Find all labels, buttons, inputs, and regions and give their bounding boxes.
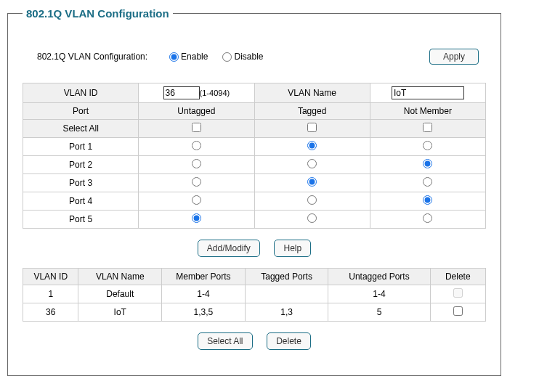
row1-id: 36 — [23, 303, 78, 322]
vlan-id-input[interactable] — [163, 86, 200, 99]
table-row: 1 Default 1-4 1-4 — [23, 285, 486, 303]
port1-tagged-cell — [254, 138, 370, 156]
port4-notmember-cell — [370, 192, 485, 211]
port5-tagged-radio[interactable] — [307, 213, 317, 223]
port2-tagged-cell — [254, 156, 370, 174]
port3-tagged-cell — [254, 174, 370, 192]
row1-delete-checkbox[interactable] — [453, 306, 463, 316]
list-button-row: Select All Delete — [23, 332, 486, 350]
port1-notmember-radio[interactable] — [423, 141, 432, 150]
port2-untagged-radio[interactable] — [192, 159, 201, 168]
port5-notmember-radio[interactable] — [423, 213, 432, 223]
row0-name: Default — [78, 285, 162, 303]
row0-tagged — [245, 285, 328, 303]
vlan-config-fieldset: 802.1Q VLAN Configuration 802.1Q VLAN Co… — [7, 7, 501, 376]
port1-untagged-cell — [139, 138, 254, 156]
list-member-header: Member Ports — [162, 269, 246, 285]
tagged-header: Tagged — [254, 103, 370, 120]
port-label: Port 2 — [23, 156, 139, 174]
select-all-tagged-checkbox[interactable] — [307, 123, 317, 132]
port4-tagged-cell — [254, 192, 370, 211]
vlan-id-cell: (1-4094) — [139, 83, 254, 103]
row0-member: 1-4 — [162, 285, 246, 303]
port-label: Port 1 — [23, 138, 139, 156]
enable-label: Enable — [181, 52, 208, 62]
vlan-list-table: VLAN ID VLAN Name Member Ports Tagged Po… — [23, 268, 486, 322]
vlan-name-cell — [370, 83, 485, 103]
delete-button[interactable]: Delete — [267, 332, 311, 350]
port-header: Port — [23, 103, 139, 120]
port2-notmember-radio[interactable] — [423, 159, 432, 168]
vlan-id-range: (1-4094) — [200, 89, 230, 97]
config-enable-row: 802.1Q VLAN Configuration: Enable Disabl… — [37, 49, 486, 65]
notmember-header: Not Member — [370, 103, 485, 120]
row1-delete-cell — [430, 303, 485, 322]
port4-untagged-radio[interactable] — [192, 195, 201, 205]
port-label: Port 5 — [23, 211, 139, 229]
help-button[interactable]: Help — [274, 240, 311, 257]
add-modify-button[interactable]: Add/Modify — [198, 240, 260, 257]
port3-tagged-radio[interactable] — [307, 177, 317, 187]
list-tagged-header: Tagged Ports — [245, 269, 328, 285]
port1-untagged-radio[interactable] — [192, 141, 201, 150]
list-delete-header: Delete — [430, 269, 485, 285]
row0-delete-cell — [430, 285, 485, 303]
enable-radio[interactable] — [169, 52, 179, 62]
disable-radio[interactable] — [222, 52, 232, 62]
port-label: Port 3 — [23, 174, 139, 192]
port3-notmember-cell — [370, 174, 485, 192]
vlan-id-header: VLAN ID — [23, 83, 139, 103]
disable-label: Disable — [234, 52, 263, 62]
select-all-tagged-cell — [254, 120, 370, 138]
edit-button-row: Add/Modify Help — [23, 240, 486, 257]
port5-untagged-cell — [139, 211, 254, 229]
untagged-header: Untagged — [139, 103, 254, 120]
enable-radio-item[interactable]: Enable — [169, 52, 208, 62]
select-all-label: Select All — [23, 120, 139, 138]
list-vlanname-header: VLAN Name — [78, 269, 162, 285]
vlan-name-input[interactable] — [392, 86, 464, 99]
disable-radio-item[interactable]: Disable — [222, 52, 263, 62]
row1-name: IoT — [78, 303, 162, 322]
row0-untagged: 1-4 — [328, 285, 430, 303]
row0-id: 1 — [23, 285, 78, 303]
select-all-notmember-checkbox[interactable] — [423, 123, 432, 132]
select-all-notmember-cell — [370, 120, 485, 138]
vlan-name-header: VLAN Name — [254, 83, 370, 103]
row0-delete-checkbox — [453, 288, 463, 298]
port3-notmember-radio[interactable] — [423, 177, 432, 187]
port5-notmember-cell — [370, 211, 485, 229]
select-all-untagged-checkbox[interactable] — [192, 123, 201, 132]
port3-untagged-cell — [139, 174, 254, 192]
row1-untagged: 5 — [328, 303, 430, 322]
port1-notmember-cell — [370, 138, 485, 156]
row1-tagged: 1,3 — [245, 303, 328, 322]
port5-untagged-radio[interactable] — [192, 213, 201, 223]
port2-notmember-cell — [370, 156, 485, 174]
port5-tagged-cell — [254, 211, 370, 229]
enable-radio-group: Enable Disable — [169, 52, 263, 62]
list-vlanid-header: VLAN ID — [23, 269, 78, 285]
port4-untagged-cell — [139, 192, 254, 211]
port1-tagged-radio[interactable] — [307, 141, 317, 150]
config-label: 802.1Q VLAN Configuration: — [37, 52, 147, 62]
vlan-edit-table: VLAN ID (1-4094) VLAN Name Port Untagged… — [23, 83, 486, 229]
port4-notmember-radio[interactable] — [423, 195, 432, 205]
port3-untagged-radio[interactable] — [192, 177, 201, 187]
port-label: Port 4 — [23, 192, 139, 211]
list-untagged-header: Untagged Ports — [328, 269, 430, 285]
table-row: 36 IoT 1,3,5 1,3 5 — [23, 303, 486, 322]
select-all-untagged-cell — [139, 120, 254, 138]
port4-tagged-radio[interactable] — [307, 195, 317, 205]
port2-untagged-cell — [139, 156, 254, 174]
fieldset-legend: 802.1Q VLAN Configuration — [23, 7, 173, 20]
select-all-button[interactable]: Select All — [198, 332, 252, 350]
row1-member: 1,3,5 — [162, 303, 246, 322]
port2-tagged-radio[interactable] — [307, 159, 317, 168]
apply-button[interactable]: Apply — [429, 49, 479, 65]
